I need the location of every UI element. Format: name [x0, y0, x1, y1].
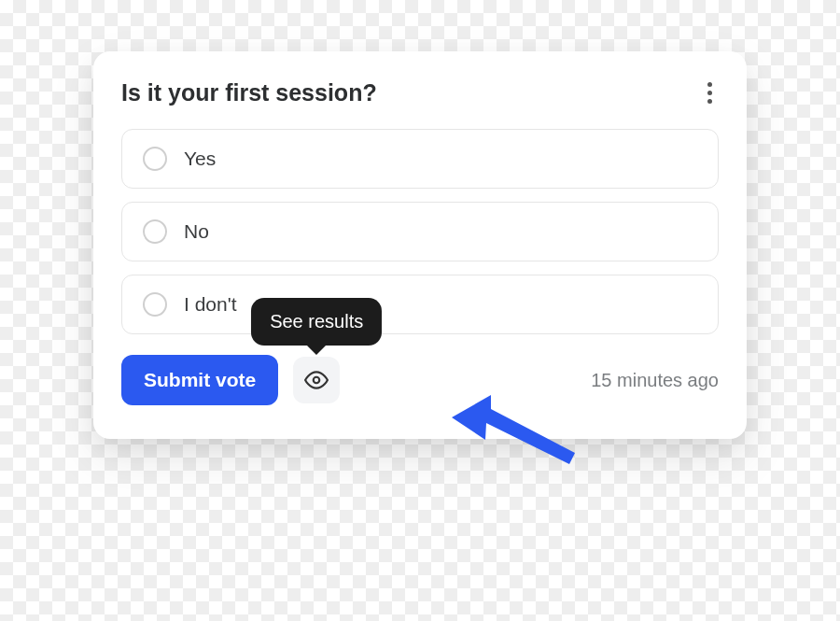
poll-option-label: I don't	[184, 293, 237, 316]
more-menu-icon[interactable]	[700, 82, 719, 104]
eye-icon	[304, 368, 329, 392]
see-results-tooltip: See results	[251, 298, 382, 346]
poll-card: Is it your first session? Yes No I don't…	[93, 51, 747, 439]
see-results-wrapper: See results	[293, 357, 340, 403]
poll-option[interactable]: No	[121, 202, 719, 261]
svg-point-0	[314, 377, 320, 384]
svg-marker-1	[452, 395, 575, 464]
annotation-arrow-icon	[452, 395, 582, 507]
poll-footer: Submit vote See results 15 minutes ago	[121, 355, 719, 405]
poll-option-label: No	[184, 220, 209, 243]
poll-title: Is it your first session?	[121, 79, 377, 106]
radio-unselected-icon	[143, 147, 167, 171]
poll-option-label: Yes	[184, 148, 216, 170]
radio-unselected-icon	[143, 292, 167, 317]
poll-option[interactable]: Yes	[121, 129, 719, 189]
poll-timestamp: 15 minutes ago	[591, 370, 719, 391]
poll-option[interactable]: I don't	[121, 275, 719, 334]
poll-header: Is it your first session?	[121, 79, 719, 106]
submit-vote-button[interactable]: Submit vote	[121, 355, 278, 405]
radio-unselected-icon	[143, 219, 167, 244]
